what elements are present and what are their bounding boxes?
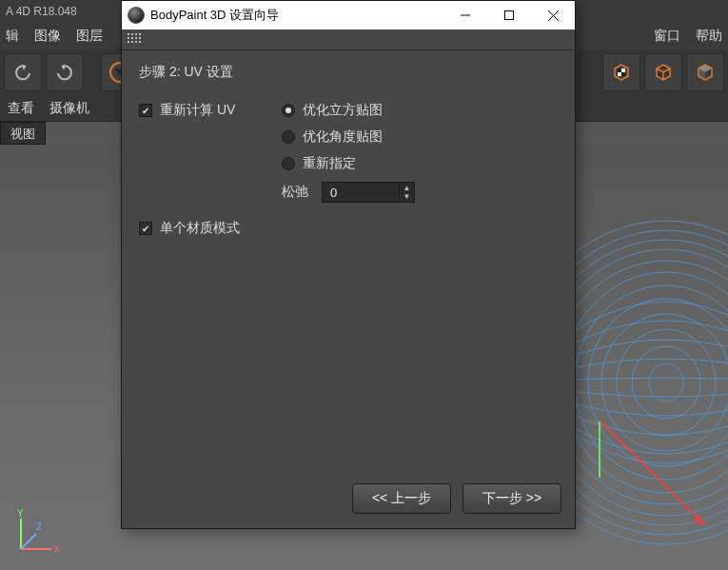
dialog-titlebar[interactable]: BodyPaint 3D 设置向导 [122,1,575,29]
undo-icon [12,62,33,83]
relax-input[interactable] [323,186,399,200]
spinner-arrows-icon[interactable]: ▲▼ [399,183,414,202]
close-button[interactable] [531,1,575,29]
opt-reassign-radio[interactable] [282,157,295,170]
prev-button[interactable]: << 上一步 [352,483,451,514]
svg-rect-1 [618,69,621,72]
svg-rect-38 [128,41,129,43]
app-icon [128,7,145,24]
svg-text:Z: Z [36,521,42,532]
dialog-title: BodyPaint 3D 设置向导 [150,7,443,24]
opt-cube-radio[interactable] [282,104,295,117]
maximize-button[interactable] [487,1,531,29]
submenu-camera[interactable]: 摄像机 [49,100,89,117]
menu-help[interactable]: 帮助 [696,28,722,45]
next-button[interactable]: 下一步 >> [462,483,561,514]
cube-wire-icon [652,61,675,84]
grid-icon[interactable] [128,33,141,47]
axis-gizmo: Y X Z [8,505,65,562]
checker-button[interactable] [602,53,640,91]
opt-angle-label: 优化角度贴图 [303,128,383,146]
single-material-checkbox[interactable]: ✔ [139,222,152,235]
next-button-label: 下一步 >> [482,490,541,507]
menu-image[interactable]: 图像 [34,28,61,45]
svg-rect-41 [139,41,141,43]
svg-rect-4 [621,72,625,76]
svg-rect-27 [505,11,514,20]
view-label: 视图 [0,122,46,145]
minimize-icon [461,10,470,20]
dialog-footer: << 上一步 下一步 >> [122,477,575,528]
prev-button-label: << 上一步 [372,490,431,507]
svg-line-18 [600,421,704,525]
undo-button[interactable] [4,53,42,91]
svg-point-9 [552,261,728,504]
svg-rect-36 [135,37,137,39]
svg-rect-31 [131,33,133,35]
recalc-uv-label: 重新计算 UV [160,102,235,119]
relax-label: 松弛 [282,184,308,201]
svg-rect-39 [131,41,133,43]
svg-text:Y: Y [17,508,24,519]
svg-line-24 [21,534,36,549]
cube-solid-icon [694,61,717,84]
svg-rect-3 [618,72,621,76]
svg-text:X: X [53,544,60,555]
single-material-label: 单个材质模式 [160,220,240,237]
step-title: 步骤 2: UV 设置 [139,64,558,81]
relax-spinner[interactable]: ▲▼ [322,182,415,203]
recalc-uv-checkbox[interactable]: ✔ [139,104,152,117]
submenu-view[interactable]: 查看 [8,100,34,117]
svg-rect-35 [131,37,133,39]
minimize-button[interactable] [443,1,487,29]
opt-angle-radio[interactable] [282,130,295,144]
svg-rect-2 [621,69,625,72]
svg-point-14 [617,329,716,436]
opt-reassign-label: 重新指定 [303,155,356,172]
svg-point-11 [575,285,728,480]
menu-edit[interactable]: 辑 [6,28,19,45]
checker-icon [610,61,633,84]
redo-button[interactable] [46,53,84,91]
svg-rect-33 [139,33,141,35]
svg-rect-37 [139,37,141,39]
svg-rect-34 [128,37,129,39]
menu-layer[interactable]: 图层 [76,28,103,45]
cube-wire-button[interactable] [644,53,682,91]
svg-rect-30 [128,33,129,35]
svg-point-16 [649,364,683,402]
cube-solid-button[interactable] [686,53,724,91]
maximize-icon [504,10,514,20]
svg-rect-40 [135,41,137,43]
opt-cube-label: 优化立方贴图 [303,102,383,119]
dialog-body: 步骤 2: UV 设置 ✔ 重新计算 UV 优化立方贴图 优化角度贴图 重新指定 [122,50,575,477]
svg-rect-32 [135,33,137,35]
redo-icon [54,62,75,83]
svg-point-12 [588,299,728,466]
svg-point-15 [632,346,700,419]
close-icon [548,10,559,21]
app-title: A 4D R18.048 [6,5,77,18]
wizard-dialog: BodyPaint 3D 设置向导 步骤 2: UV 设置 ✔ 重新计算 UV [121,0,576,529]
menu-window[interactable]: 窗口 [654,28,680,45]
dialog-menu [122,29,575,50]
